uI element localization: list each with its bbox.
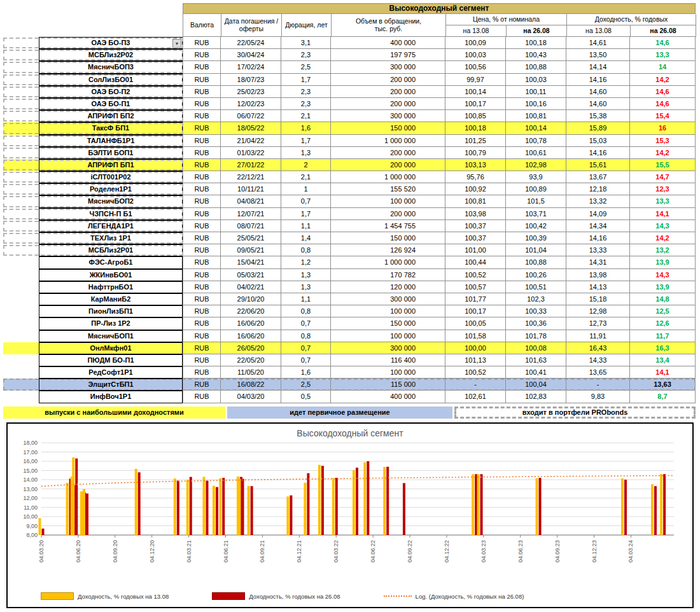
cell-price-1308[interactable]: 100,17 bbox=[445, 305, 506, 317]
cell-maturity[interactable]: 11/05/20 bbox=[221, 366, 281, 379]
cell-duration[interactable]: 2,1 bbox=[281, 110, 331, 122]
cell-yield-1308[interactable]: 14,09 bbox=[566, 208, 630, 220]
cell-yield-1308[interactable]: 14,16 bbox=[566, 147, 630, 159]
cell-currency[interactable]: RUB bbox=[183, 49, 221, 61]
cell-yield-2608[interactable]: 12,6 bbox=[630, 317, 696, 330]
bond-name-cell[interactable]: МясничБОП3 bbox=[39, 61, 183, 73]
bond-name-cell[interactable]: МСБЛиз2Р01 bbox=[39, 244, 183, 256]
bond-name-cell[interactable]: МясничБОП1 bbox=[39, 330, 183, 342]
cell-duration[interactable]: 1,3 bbox=[281, 281, 331, 293]
cell-yield-2608[interactable]: 12,5 bbox=[630, 305, 696, 317]
cell-price-1308[interactable]: 100,17 bbox=[445, 98, 506, 110]
cell-yield-2608[interactable]: 16,3 bbox=[630, 342, 696, 354]
cell-maturity[interactable]: 04/08/21 bbox=[221, 195, 281, 207]
cell-currency[interactable]: RUB bbox=[183, 244, 221, 256]
cell-maturity[interactable]: 09/05/21 bbox=[221, 244, 281, 256]
cell-yield-1308[interactable]: 14,16 bbox=[566, 232, 630, 244]
cell-duration[interactable]: 1,3 bbox=[281, 147, 331, 159]
bond-name-cell[interactable]: ОАЭ БО-П2 bbox=[39, 86, 183, 98]
cell-currency[interactable]: RUB bbox=[183, 317, 221, 330]
cell-volume[interactable]: 150 000 bbox=[331, 232, 445, 244]
cell-yield-2608[interactable]: 14,1 bbox=[630, 366, 696, 379]
cell-price-2608[interactable]: 100,39 bbox=[506, 232, 566, 244]
cell-volume[interactable]: 116 400 bbox=[331, 354, 445, 366]
cell-currency[interactable]: RUB bbox=[183, 61, 221, 73]
cell-price-2608[interactable]: 100,88 bbox=[506, 61, 566, 73]
bond-name-cell[interactable]: БЭЛТИ БОП1 bbox=[39, 147, 183, 159]
bond-name-cell[interactable]: iСЛТ001Р02 bbox=[39, 171, 183, 183]
cell-currency[interactable]: RUB bbox=[183, 195, 221, 207]
cell-duration[interactable]: 2,3 bbox=[281, 98, 331, 110]
cell-yield-2608[interactable]: 14,7 bbox=[630, 171, 696, 183]
bond-name-cell[interactable]: ЛЕГЕНДА1Р1 bbox=[39, 220, 183, 232]
cell-duration[interactable]: 1,6 bbox=[281, 122, 331, 134]
cell-price-2608[interactable]: 100,61 bbox=[506, 147, 566, 159]
bond-name-cell[interactable]: РедСофт1Р1 bbox=[39, 366, 183, 379]
cell-yield-2608[interactable]: 15,3 bbox=[630, 135, 696, 147]
cell-yield-1308[interactable]: 14,31 bbox=[566, 256, 630, 268]
cell-volume[interactable]: 100 000 bbox=[331, 366, 445, 379]
cell-duration[interactable]: 2 bbox=[281, 159, 331, 171]
cell-volume[interactable]: 100 000 bbox=[331, 195, 445, 207]
cell-volume[interactable]: 120 000 bbox=[331, 281, 445, 293]
cell-maturity[interactable]: 12/07/21 bbox=[221, 208, 281, 220]
cell-price-1308[interactable]: 95,76 bbox=[445, 171, 506, 183]
bond-name-cell[interactable]: ИнфВоч1Р1 bbox=[39, 391, 183, 403]
cell-volume[interactable]: 170 782 bbox=[331, 269, 445, 281]
cell-yield-1308[interactable]: 14,60 bbox=[566, 86, 630, 98]
cell-price-2608[interactable]: 100,42 bbox=[506, 220, 566, 232]
cell-yield-1308[interactable]: 13,33 bbox=[566, 244, 630, 256]
cell-price-2608[interactable]: 100,89 bbox=[506, 183, 566, 195]
cell-price-2608[interactable]: 101,04 bbox=[506, 244, 566, 256]
cell-currency[interactable]: RUB bbox=[183, 354, 221, 366]
cell-price-2608[interactable]: 102,83 bbox=[506, 391, 566, 403]
cell-currency[interactable]: RUB bbox=[183, 74, 221, 86]
cell-maturity[interactable]: 10/11/21 bbox=[221, 183, 281, 195]
cell-price-1308[interactable]: 102,61 bbox=[445, 391, 506, 403]
cell-duration[interactable]: 1 bbox=[281, 183, 331, 195]
cell-yield-2608[interactable]: 15,4 bbox=[630, 110, 696, 122]
cell-yield-2608[interactable]: 13,2 bbox=[630, 244, 696, 256]
cell-maturity[interactable]: 22/12/21 bbox=[221, 171, 281, 183]
cell-yield-2608[interactable]: 13,3 bbox=[630, 49, 696, 61]
cell-price-2608[interactable]: 100,36 bbox=[506, 317, 566, 330]
cell-price-2608[interactable]: 100,11 bbox=[506, 86, 566, 98]
cell-price-2608[interactable]: 100,18 bbox=[506, 37, 566, 49]
cell-maturity[interactable]: 22/05/20 bbox=[221, 354, 281, 366]
cell-price-1308[interactable]: 101,25 bbox=[445, 135, 506, 147]
cell-yield-2608[interactable]: 14 bbox=[630, 61, 696, 73]
cell-yield-1308[interactable]: 15,38 bbox=[566, 110, 630, 122]
cell-yield-1308[interactable]: 15,18 bbox=[566, 293, 630, 305]
cell-price-2608[interactable]: 93,9 bbox=[506, 171, 566, 183]
cell-currency[interactable]: RUB bbox=[183, 86, 221, 98]
cell-price-1308[interactable]: - bbox=[445, 379, 506, 391]
cell-duration[interactable]: 2,1 bbox=[281, 171, 331, 183]
bond-name-cell[interactable]: ЧЗПСН-П Б1 bbox=[39, 208, 183, 220]
cell-volume[interactable]: 300 000 bbox=[331, 110, 445, 122]
cell-price-2608[interactable]: 102,98 bbox=[506, 159, 566, 171]
bond-name-cell[interactable]: МСБЛиз2Р02 bbox=[39, 49, 183, 61]
cell-volume[interactable]: 100 000 bbox=[331, 330, 445, 342]
cell-maturity[interactable]: 16/08/22 bbox=[221, 379, 281, 391]
cell-yield-2608[interactable]: 13,9 bbox=[630, 256, 696, 268]
cell-currency[interactable]: RUB bbox=[183, 135, 221, 147]
cell-price-1308[interactable]: 100,09 bbox=[445, 37, 506, 49]
cell-yield-1308[interactable]: 15,89 bbox=[566, 122, 630, 134]
cell-yield-2608[interactable]: 14,6 bbox=[630, 98, 696, 110]
cell-price-2608[interactable]: 103,71 bbox=[506, 208, 566, 220]
cell-maturity[interactable]: 25/05/21 bbox=[221, 232, 281, 244]
cell-yield-1308[interactable]: 13,50 bbox=[566, 49, 630, 61]
cell-price-2608[interactable]: 101,5 bbox=[506, 195, 566, 207]
cell-yield-2608[interactable]: 14,2 bbox=[630, 147, 696, 159]
cell-price-1308[interactable]: 100,44 bbox=[445, 256, 506, 268]
cell-price-1308[interactable]: 101,13 bbox=[445, 354, 506, 366]
cell-maturity[interactable]: 26/05/20 bbox=[221, 342, 281, 354]
bond-name-cell[interactable]: ОАЭ БО-П3▼ bbox=[39, 37, 183, 49]
cell-yield-2608[interactable]: 14,1 bbox=[630, 208, 696, 220]
cell-price-1308[interactable]: 100,52 bbox=[445, 366, 506, 379]
cell-currency[interactable]: RUB bbox=[183, 110, 221, 122]
cell-maturity[interactable]: 08/07/21 bbox=[221, 220, 281, 232]
cell-yield-2608[interactable]: 14,2 bbox=[630, 232, 696, 244]
cell-yield-2608[interactable]: 13,63 bbox=[630, 379, 696, 391]
cell-volume[interactable]: 200 000 bbox=[331, 147, 445, 159]
